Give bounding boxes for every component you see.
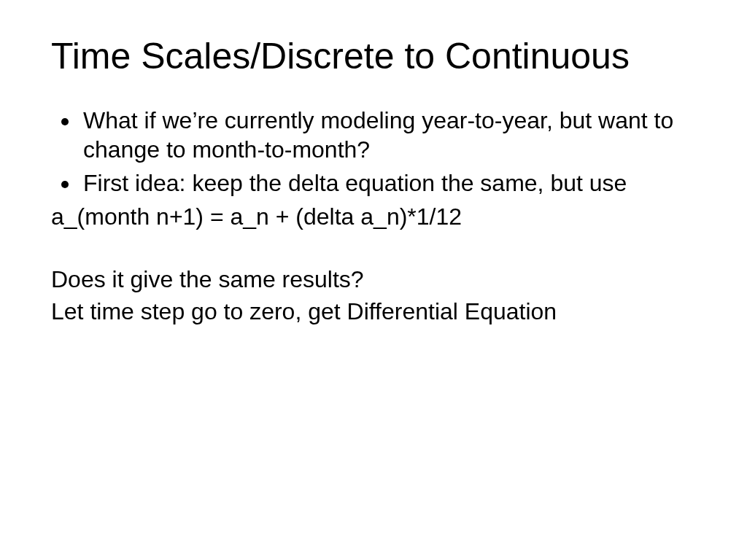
bullet-list: What if we’re currently modeling year-to… <box>51 106 696 198</box>
bullet-item: First idea: keep the delta equation the … <box>80 168 696 198</box>
equation-line: a_(month n+1) = a_n + (delta a_n)*1/12 <box>51 202 696 231</box>
spacer <box>51 234 696 262</box>
slide-title: Time Scales/Discrete to Continuous <box>51 36 696 77</box>
conclusion-line: Let time step go to zero, get Differenti… <box>51 297 696 326</box>
question-line: Does it give the same results? <box>51 265 696 294</box>
bullet-item: What if we’re currently modeling year-to… <box>80 106 696 164</box>
slide: Time Scales/Discrete to Continuous What … <box>0 0 747 560</box>
slide-body: What if we’re currently modeling year-to… <box>51 106 696 326</box>
